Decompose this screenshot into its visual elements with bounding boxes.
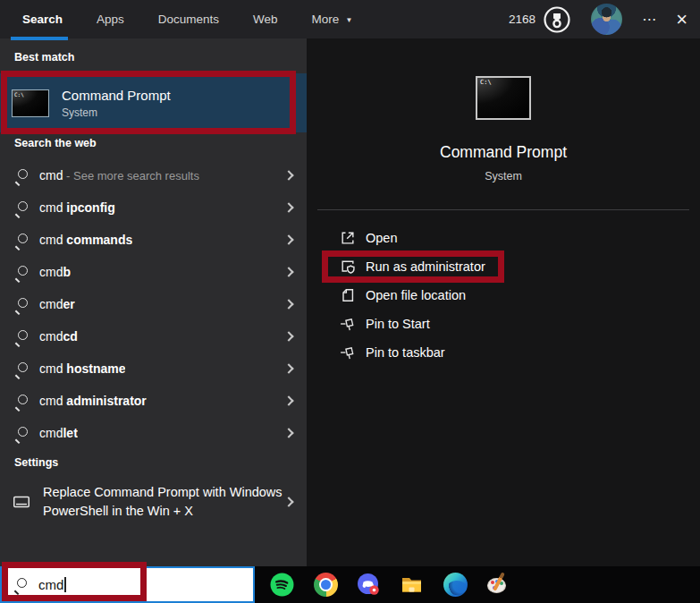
tab-apps[interactable]: Apps bbox=[97, 13, 124, 26]
context-action-list: OpenRun as administratorOpen file locati… bbox=[307, 224, 700, 367]
discord-icon[interactable] bbox=[357, 573, 381, 597]
result-preview-panel: C:\ Command Prompt System OpenRun as adm… bbox=[307, 38, 700, 567]
chevron-right-icon[interactable] bbox=[283, 299, 293, 309]
chevron-right-icon[interactable] bbox=[283, 428, 293, 437]
settings-result[interactable]: Replace Command Prompt with Windows Powe… bbox=[0, 476, 307, 528]
tab-documents[interactable]: Documents bbox=[158, 13, 219, 26]
best-match-text: Command Prompt System bbox=[62, 88, 171, 119]
chevron-down-icon: ▼ bbox=[345, 16, 352, 24]
action-open[interactable]: Open bbox=[307, 224, 700, 252]
best-match-title: Command Prompt bbox=[62, 88, 171, 103]
web-suggestion-row[interactable]: cmd hostname bbox=[0, 352, 307, 385]
search-icon bbox=[14, 362, 28, 376]
command-prompt-large-icon: C:\ bbox=[476, 76, 531, 120]
chevron-right-icon[interactable] bbox=[283, 202, 293, 212]
paint-3d-icon[interactable] bbox=[486, 573, 510, 597]
chevron-right-icon[interactable] bbox=[283, 234, 293, 244]
chevron-right-icon[interactable] bbox=[283, 395, 293, 405]
action-label: Pin to Start bbox=[366, 317, 430, 331]
tab-web[interactable]: Web bbox=[253, 13, 278, 26]
search-topbar: SearchAppsDocumentsWebMore▼ 2168 ⋯ × bbox=[0, 0, 700, 38]
search-icon bbox=[14, 395, 28, 408]
pin-icon bbox=[338, 344, 357, 362]
ellipsis-icon[interactable]: ⋯ bbox=[642, 13, 656, 27]
pin-icon bbox=[338, 315, 357, 334]
search-icon bbox=[14, 234, 28, 247]
command-prompt-icon: C:\ bbox=[12, 89, 49, 117]
search-results-panel: Best match C:\ Command Prompt System Sea… bbox=[0, 38, 307, 567]
open-icon bbox=[338, 229, 357, 248]
web-suggestion-label: cmd administrator bbox=[39, 394, 147, 408]
preview-app-subtitle: System bbox=[307, 170, 700, 183]
chevron-right-icon bbox=[283, 497, 293, 506]
web-suggestion-label: cmder bbox=[39, 297, 75, 311]
display-settings-icon bbox=[12, 492, 31, 512]
taskbar: cmd bbox=[0, 566, 700, 603]
tab-more[interactable]: More▼ bbox=[312, 13, 353, 26]
best-match-subtitle: System bbox=[62, 106, 171, 119]
action-label: Pin to taskbar bbox=[366, 345, 445, 360]
preview-divider bbox=[317, 209, 689, 210]
best-match-result[interactable]: C:\ Command Prompt System bbox=[0, 73, 307, 132]
web-search-header: Search the web bbox=[14, 137, 97, 149]
web-suggestion-row[interactable]: cmder bbox=[0, 288, 307, 320]
search-icon bbox=[14, 266, 28, 279]
action-label: Run as administrator bbox=[366, 259, 485, 274]
search-icon bbox=[14, 330, 28, 344]
open-file-location-icon bbox=[338, 286, 357, 305]
web-suggestion-list: cmd - See more search resultscmd ipconfi… bbox=[0, 159, 307, 449]
search-input-value: cmd bbox=[38, 577, 63, 592]
search-icon bbox=[14, 169, 28, 183]
edge-icon[interactable] bbox=[443, 573, 468, 597]
chrome-icon[interactable] bbox=[314, 573, 338, 597]
action-label: Open file location bbox=[366, 288, 466, 302]
web-suggestion-label: cmdb bbox=[39, 265, 71, 279]
user-avatar[interactable] bbox=[591, 4, 622, 35]
windows-search-flyout: SearchAppsDocumentsWebMore▼ 2168 ⋯ × Bes… bbox=[0, 0, 700, 603]
web-suggestion-label: cmd hostname bbox=[39, 361, 125, 376]
web-suggestion-label: cmdcd bbox=[39, 329, 78, 344]
web-suggestion-row[interactable]: cmd - See more search results bbox=[0, 159, 307, 191]
chevron-right-icon[interactable] bbox=[283, 267, 293, 276]
web-suggestion-row[interactable]: cmd administrator bbox=[0, 385, 307, 417]
web-suggestion-row[interactable]: cmdb bbox=[0, 256, 307, 288]
medal-icon bbox=[543, 5, 571, 34]
chevron-right-icon[interactable] bbox=[283, 363, 293, 373]
action-open-file-location[interactable]: Open file location bbox=[307, 281, 700, 310]
web-suggestion-row[interactable]: cmd commands bbox=[0, 224, 307, 256]
action-label: Open bbox=[366, 231, 397, 245]
web-suggestion-label: cmd - See more search results bbox=[39, 168, 199, 183]
web-suggestion-row[interactable]: cmdlet bbox=[0, 417, 307, 449]
action-pin-to-taskbar[interactable]: Pin to taskbar bbox=[307, 338, 700, 367]
search-icon bbox=[13, 578, 27, 591]
action-pin-to-start[interactable]: Pin to Start bbox=[307, 310, 700, 338]
web-suggestion-row[interactable]: cmd ipconfig bbox=[0, 191, 307, 224]
best-match-header: Best match bbox=[14, 51, 74, 64]
rewards-points[interactable]: 2168 bbox=[509, 5, 571, 34]
taskbar-search-box[interactable]: cmd bbox=[0, 566, 255, 603]
close-icon[interactable]: × bbox=[676, 10, 687, 30]
rewards-points-value: 2168 bbox=[509, 13, 536, 26]
settings-result-label: Replace Command Prompt with Windows Powe… bbox=[43, 483, 285, 521]
active-tab-underline bbox=[11, 37, 68, 40]
spotify-icon[interactable] bbox=[270, 573, 294, 597]
search-filter-tabs: SearchAppsDocumentsWebMore▼ bbox=[22, 0, 352, 38]
command-prompt-icon-text: C:\ bbox=[14, 91, 24, 98]
chevron-right-icon[interactable] bbox=[283, 170, 293, 180]
action-run-as-administrator[interactable]: Run as administrator bbox=[307, 252, 700, 281]
web-suggestion-label: cmd commands bbox=[39, 233, 132, 247]
web-suggestion-label: cmd ipconfig bbox=[39, 200, 115, 215]
search-icon bbox=[14, 427, 28, 440]
topbar-right-controls: 2168 ⋯ × bbox=[509, 0, 687, 38]
chevron-right-icon[interactable] bbox=[283, 331, 293, 341]
search-icon bbox=[14, 298, 28, 311]
run-as-admin-icon bbox=[338, 258, 357, 276]
preview-app-title: Command Prompt bbox=[307, 143, 700, 162]
settings-header: Settings bbox=[14, 456, 58, 469]
web-suggestion-row[interactable]: cmdcd bbox=[0, 320, 307, 352]
file-explorer-icon[interactable] bbox=[400, 573, 424, 597]
tab-search[interactable]: Search bbox=[22, 13, 63, 26]
command-prompt-large-icon-text: C:\ bbox=[480, 79, 492, 86]
text-caret bbox=[64, 577, 66, 592]
search-icon bbox=[14, 201, 28, 215]
